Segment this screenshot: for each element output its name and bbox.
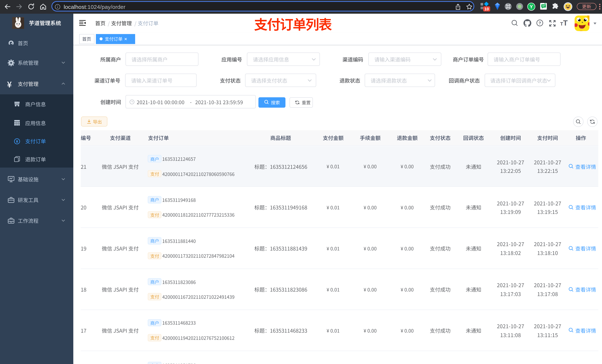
svg-text:Y: Y xyxy=(530,4,533,9)
svg-text:?: ? xyxy=(538,21,541,25)
svg-text:10: 10 xyxy=(484,7,489,11)
